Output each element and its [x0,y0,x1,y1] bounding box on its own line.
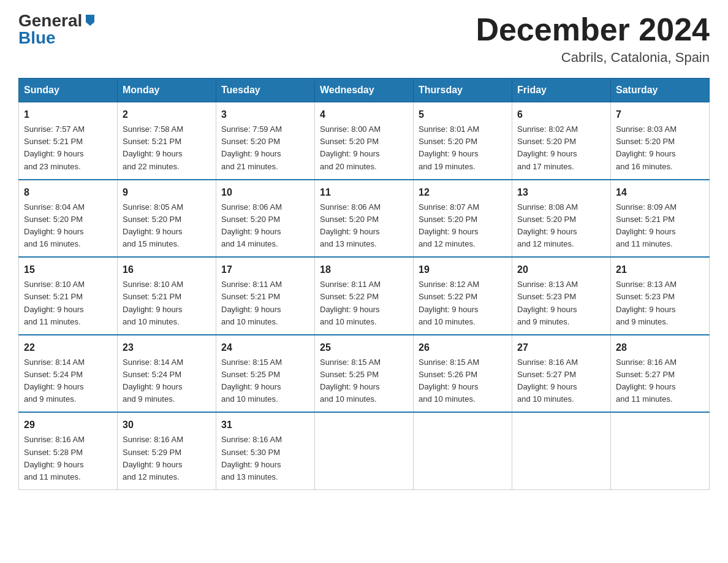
day-number: 17 [221,262,309,277]
day-number: 29 [24,418,112,432]
day-number: 1 [24,107,112,122]
calendar-cell: 23Sunrise: 8:14 AM Sunset: 5:24 PM Dayli… [118,335,216,413]
calendar-cell: 4Sunrise: 8:00 AM Sunset: 5:20 PM Daylig… [315,102,414,180]
day-number: 11 [320,185,408,200]
calendar-cell [512,412,611,489]
calendar-week-row: 1Sunrise: 7:57 AM Sunset: 5:21 PM Daylig… [19,102,710,180]
day-number: 20 [517,262,605,277]
calendar-cell: 26Sunrise: 8:15 AM Sunset: 5:26 PM Dayli… [414,335,512,413]
day-info: Sunrise: 8:00 AM Sunset: 5:20 PM Dayligh… [320,123,408,173]
day-info: Sunrise: 8:08 AM Sunset: 5:20 PM Dayligh… [517,201,605,251]
day-number: 24 [221,340,309,355]
day-info: Sunrise: 8:02 AM Sunset: 5:20 PM Dayligh… [517,123,605,173]
calendar-cell: 6Sunrise: 8:02 AM Sunset: 5:20 PM Daylig… [512,102,611,180]
calendar-cell: 7Sunrise: 8:03 AM Sunset: 5:20 PM Daylig… [611,102,710,180]
day-info: Sunrise: 7:58 AM Sunset: 5:21 PM Dayligh… [123,123,211,173]
day-info: Sunrise: 8:16 AM Sunset: 5:28 PM Dayligh… [24,434,112,483]
day-number: 14 [616,185,704,200]
day-number: 10 [221,185,309,200]
day-number: 23 [123,340,211,355]
day-info: Sunrise: 8:16 AM Sunset: 5:30 PM Dayligh… [221,434,309,483]
calendar-table: SundayMondayTuesdayWednesdayThursdayFrid… [18,78,710,490]
calendar-body: 1Sunrise: 7:57 AM Sunset: 5:21 PM Daylig… [19,102,710,490]
calendar-cell: 17Sunrise: 8:11 AM Sunset: 5:21 PM Dayli… [216,257,315,335]
day-number: 2 [123,107,211,122]
calendar-week-row: 22Sunrise: 8:14 AM Sunset: 5:24 PM Dayli… [19,335,710,413]
calendar-cell: 12Sunrise: 8:07 AM Sunset: 5:20 PM Dayli… [414,180,512,258]
calendar-cell: 5Sunrise: 8:01 AM Sunset: 5:20 PM Daylig… [414,102,512,180]
logo: General Blue [18,12,97,47]
calendar-week-row: 15Sunrise: 8:10 AM Sunset: 5:21 PM Dayli… [19,257,710,335]
day-info: Sunrise: 8:14 AM Sunset: 5:24 PM Dayligh… [24,356,112,406]
day-info: Sunrise: 8:09 AM Sunset: 5:21 PM Dayligh… [616,201,704,251]
day-number: 28 [616,340,704,355]
day-info: Sunrise: 8:15 AM Sunset: 5:26 PM Dayligh… [419,356,507,406]
calendar-header: SundayMondayTuesdayWednesdayThursdayFrid… [19,79,710,102]
calendar-cell: 2Sunrise: 7:58 AM Sunset: 5:21 PM Daylig… [118,102,216,180]
logo-general-text: General [18,12,82,29]
calendar-cell [611,412,710,489]
calendar-cell: 14Sunrise: 8:09 AM Sunset: 5:21 PM Dayli… [611,180,710,258]
day-number: 19 [419,262,507,277]
day-info: Sunrise: 8:14 AM Sunset: 5:24 PM Dayligh… [123,356,211,406]
page-header: General Blue December 2024 Cabrils, Cata… [18,12,710,66]
day-number: 30 [123,418,211,432]
calendar-cell: 16Sunrise: 8:10 AM Sunset: 5:21 PM Dayli… [118,257,216,335]
day-info: Sunrise: 8:16 AM Sunset: 5:27 PM Dayligh… [616,356,704,406]
day-number: 6 [517,107,605,122]
day-number: 9 [123,185,211,200]
day-info: Sunrise: 8:16 AM Sunset: 5:27 PM Dayligh… [517,356,605,406]
day-number: 31 [221,418,309,432]
day-info: Sunrise: 8:03 AM Sunset: 5:20 PM Dayligh… [616,123,704,173]
weekday-header-tuesday: Tuesday [216,79,315,102]
calendar-cell: 19Sunrise: 8:12 AM Sunset: 5:22 PM Dayli… [414,257,512,335]
weekday-header-saturday: Saturday [611,79,710,102]
calendar-cell [315,412,414,489]
calendar-cell: 31Sunrise: 8:16 AM Sunset: 5:30 PM Dayli… [216,412,315,489]
title-area: December 2024 Cabrils, Catalonia, Spain [476,12,710,66]
calendar-cell: 24Sunrise: 8:15 AM Sunset: 5:25 PM Dayli… [216,335,315,413]
day-number: 8 [24,185,112,200]
day-info: Sunrise: 7:57 AM Sunset: 5:21 PM Dayligh… [24,123,112,173]
calendar-cell: 30Sunrise: 8:16 AM Sunset: 5:29 PM Dayli… [118,412,216,489]
calendar-cell: 11Sunrise: 8:06 AM Sunset: 5:20 PM Dayli… [315,180,414,258]
calendar-week-row: 8Sunrise: 8:04 AM Sunset: 5:20 PM Daylig… [19,180,710,258]
calendar-cell [414,412,512,489]
day-info: Sunrise: 8:10 AM Sunset: 5:21 PM Dayligh… [24,278,112,328]
calendar-cell: 20Sunrise: 8:13 AM Sunset: 5:23 PM Dayli… [512,257,611,335]
calendar-cell: 22Sunrise: 8:14 AM Sunset: 5:24 PM Dayli… [19,335,118,413]
calendar-cell: 1Sunrise: 7:57 AM Sunset: 5:21 PM Daylig… [19,102,118,180]
day-info: Sunrise: 8:11 AM Sunset: 5:21 PM Dayligh… [221,278,309,328]
day-number: 21 [616,262,704,277]
day-info: Sunrise: 8:05 AM Sunset: 5:20 PM Dayligh… [123,201,211,251]
calendar-cell: 29Sunrise: 8:16 AM Sunset: 5:28 PM Dayli… [19,412,118,489]
day-number: 16 [123,262,211,277]
day-info: Sunrise: 8:06 AM Sunset: 5:20 PM Dayligh… [320,201,408,251]
day-number: 18 [320,262,408,277]
calendar-cell: 18Sunrise: 8:11 AM Sunset: 5:22 PM Dayli… [315,257,414,335]
day-number: 26 [419,340,507,355]
day-number: 13 [517,185,605,200]
logo-blue-text: Blue [18,29,56,47]
day-info: Sunrise: 8:15 AM Sunset: 5:25 PM Dayligh… [320,356,408,406]
day-info: Sunrise: 8:12 AM Sunset: 5:22 PM Dayligh… [419,278,507,328]
calendar-cell: 10Sunrise: 8:06 AM Sunset: 5:20 PM Dayli… [216,180,315,258]
day-info: Sunrise: 8:01 AM Sunset: 5:20 PM Dayligh… [419,123,507,173]
day-info: Sunrise: 8:10 AM Sunset: 5:21 PM Dayligh… [123,278,211,328]
svg-marker-1 [90,15,94,26]
day-number: 27 [517,340,605,355]
calendar-cell: 25Sunrise: 8:15 AM Sunset: 5:25 PM Dayli… [315,335,414,413]
day-number: 12 [419,185,507,200]
day-number: 22 [24,340,112,355]
day-number: 25 [320,340,408,355]
calendar-cell: 15Sunrise: 8:10 AM Sunset: 5:21 PM Dayli… [19,257,118,335]
day-number: 5 [419,107,507,122]
weekday-header-friday: Friday [512,79,611,102]
logo-flag-icon [83,13,97,27]
weekday-header-sunday: Sunday [19,79,118,102]
calendar-subtitle: Cabrils, Catalonia, Spain [476,50,710,66]
day-info: Sunrise: 7:59 AM Sunset: 5:20 PM Dayligh… [221,123,309,173]
calendar-cell: 9Sunrise: 8:05 AM Sunset: 5:20 PM Daylig… [118,180,216,258]
calendar-cell: 27Sunrise: 8:16 AM Sunset: 5:27 PM Dayli… [512,335,611,413]
weekday-header-row: SundayMondayTuesdayWednesdayThursdayFrid… [19,79,710,102]
